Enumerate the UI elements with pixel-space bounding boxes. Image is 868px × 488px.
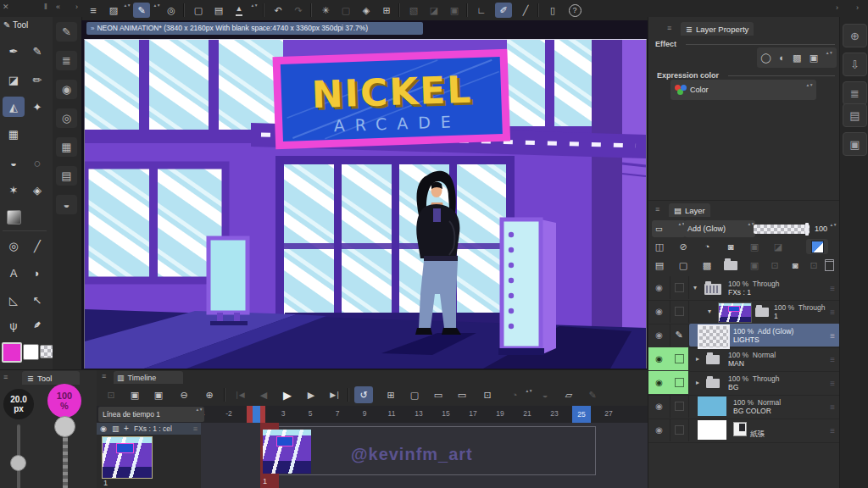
help-button[interactable]: ?	[566, 3, 583, 18]
play-button[interactable]: ▶	[278, 386, 297, 403]
navigator-panel-icon[interactable]: ⊕	[843, 24, 867, 47]
cel-thumbnail-track[interactable]	[263, 430, 311, 474]
export-button[interactable]: ▲	[231, 3, 248, 18]
frame-label-21[interactable]: 21	[514, 409, 541, 418]
visibility-toggle[interactable]: ◉	[648, 324, 670, 347]
frame-label-17[interactable]: 17	[459, 409, 487, 418]
panel-expand-icon[interactable]: ›	[836, 3, 838, 12]
layer-menu-icon[interactable]: ≡	[830, 308, 835, 317]
expand-icon[interactable]: ›	[75, 3, 78, 11]
canvas-preview-panel-icon[interactable]: ▣	[843, 132, 867, 156]
visibility-toggle[interactable]: ◉	[648, 395, 670, 418]
draft-layer-icon[interactable]: ◔	[699, 239, 715, 254]
frame-label-5[interactable]: 5	[297, 409, 324, 418]
brush-size-badge[interactable]: 20.0 px	[3, 389, 34, 419]
crop-frame-button[interactable]: ⊞	[378, 3, 395, 18]
timeline-selector[interactable]: Línea de tiempo 1 ▴ ▾	[98, 407, 204, 422]
border-effect-icon[interactable]: ◯	[761, 53, 771, 64]
apply-mask-button[interactable]: ⊡	[808, 258, 820, 273]
tool-figure[interactable]: ▦	[3, 124, 25, 144]
specify-cel-button[interactable]: ▭	[429, 386, 448, 403]
tool-pencil[interactable]: ✏	[26, 69, 48, 90]
timeline-settings-button[interactable]: ▣	[149, 386, 168, 403]
playback-start-marker[interactable]	[253, 406, 260, 423]
chevron-updown-icon[interactable]: ▴ ▾	[153, 3, 160, 17]
layer-opacity-slider[interactable]	[754, 225, 810, 234]
brush-size-panel-icon[interactable]: ◉	[56, 80, 77, 99]
draft-checkbox[interactable]	[670, 276, 689, 299]
blend-mode-select[interactable]: Add (Glow) ▴ ▾	[684, 220, 755, 237]
panel-menu-icon[interactable]: ≡	[655, 205, 659, 214]
chevron-updown-icon[interactable]: ▴ ▾	[124, 3, 131, 17]
track-visibility-icon[interactable]: ◉	[100, 424, 107, 433]
timeline-nav-icon[interactable]: ⊡	[102, 386, 120, 403]
animation-cels-panel-icon[interactable]: ▤	[56, 166, 77, 186]
canvas-artwork[interactable]: NICKEL NICKEL ARCADE	[84, 39, 647, 369]
zoom-out-button[interactable]: ⊖	[175, 386, 193, 403]
frame-label-11[interactable]: 11	[378, 409, 405, 418]
delete-cel-button[interactable]: ▭	[453, 386, 471, 403]
tool-airbrush-selected[interactable]: ◭	[3, 97, 25, 117]
ruler-snap-button[interactable]: ╱	[517, 3, 534, 18]
tool-lasso[interactable]: ◌	[26, 152, 48, 173]
layer-menu-icon[interactable]: ≡	[830, 284, 835, 293]
canvas-viewport[interactable]: NICKEL NICKEL ARCADE	[81, 20, 648, 369]
menu-icon[interactable]: ≡	[85, 3, 102, 18]
frame-label-27[interactable]: 27	[595, 409, 622, 418]
frame-label-23[interactable]: 23	[541, 409, 568, 418]
layer-menu-icon[interactable]: ≡	[830, 379, 835, 388]
loop-playback-button[interactable]: ↺	[354, 386, 373, 403]
layer-row-man[interactable]: ◉ ▸ 100 % Normal MAN ≡	[648, 347, 840, 372]
visibility-toggle[interactable]: ◉	[648, 300, 670, 323]
color-set-panel-icon[interactable]: ▦	[56, 137, 77, 157]
layer-row-bgcolor[interactable]: ◉ 100 % Normal BG COLOR ≡	[648, 395, 840, 419]
panel-menu-icon[interactable]: ≡	[667, 24, 671, 32]
new-animation-cel-button[interactable]: ▢	[405, 386, 424, 403]
tool-eyedropper[interactable]: ✒	[22, 310, 52, 340]
material-panel-icon[interactable]: ⇩	[843, 53, 867, 76]
chevron-updown-icon[interactable]: ▴ ▾	[830, 223, 837, 236]
layer-row-bg[interactable]: ◉ ▸ 100 % Through BG ≡	[648, 371, 840, 396]
layer-color-toggle[interactable]	[806, 239, 828, 254]
snap-button[interactable]: ∟	[473, 3, 490, 18]
selection-shade-button[interactable]: ◪	[426, 3, 442, 18]
layer-panel-strip-icon[interactable]: ▤	[843, 103, 867, 127]
reference-layer-icon[interactable]: ▣	[747, 239, 762, 254]
layer-thumbnail[interactable]	[718, 302, 752, 323]
tool-property-tab[interactable]: ≣ Tool	[22, 371, 80, 385]
tool-fill[interactable]: ◈	[26, 180, 48, 200]
tool-property-panel-icon[interactable]: ≣	[56, 51, 77, 70]
tool-hand[interactable]: ψ	[3, 315, 25, 336]
draft-checkbox[interactable]	[670, 347, 689, 370]
tool-operation[interactable]: ↖	[26, 290, 48, 310]
close-icon[interactable]: ✕	[3, 3, 9, 11]
clip-to-layer-icon[interactable]: ◫	[652, 239, 667, 254]
frame-label-25[interactable]: 25	[572, 406, 591, 423]
new-canvas-button[interactable]: ▢	[190, 3, 207, 18]
chevron-updown-icon[interactable]: ▴ ▾	[826, 51, 832, 64]
delete-layer-button[interactable]	[821, 258, 837, 273]
lock-transparent-icon[interactable]: ⊘	[676, 239, 691, 254]
collapse-arrow-icon[interactable]: ▾	[708, 308, 711, 315]
frame-label-15[interactable]: 15	[432, 409, 459, 418]
frame-label-13[interactable]: 13	[405, 409, 432, 418]
edit-pen-mark[interactable]: ✎	[670, 324, 689, 347]
screen-tone-icon[interactable]: ▩	[793, 53, 801, 64]
panel-expand-icon[interactable]: ›	[856, 3, 859, 12]
expand-track-icon[interactable]: +	[124, 424, 129, 433]
layer-property-panel-icon[interactable]: ≣	[843, 81, 867, 105]
draft-checkbox[interactable]	[670, 300, 689, 323]
tone-effect-icon[interactable]: ◐	[779, 53, 785, 63]
frame-label-19[interactable]: 19	[487, 409, 514, 418]
layer-menu-icon[interactable]: ≡	[830, 331, 835, 341]
layer-thumbnail[interactable]	[698, 396, 726, 416]
visibility-toggle[interactable]: ◉	[648, 347, 670, 370]
document-tab[interactable]: »NEON ANIMATION* (3840 x 2160px With bla…	[86, 22, 423, 35]
new-cel-button[interactable]: ⊞	[381, 386, 400, 403]
tool-pen[interactable]: ✒	[3, 41, 25, 61]
new-raster-layer-button[interactable]: ▢	[676, 258, 691, 273]
chevron-updown-icon[interactable]: ▴ ▾	[526, 389, 532, 402]
layer-menu-icon[interactable]: ≡	[830, 402, 835, 412]
draft-checkbox[interactable]	[670, 395, 689, 418]
undo-button[interactable]: ↶	[270, 3, 287, 18]
